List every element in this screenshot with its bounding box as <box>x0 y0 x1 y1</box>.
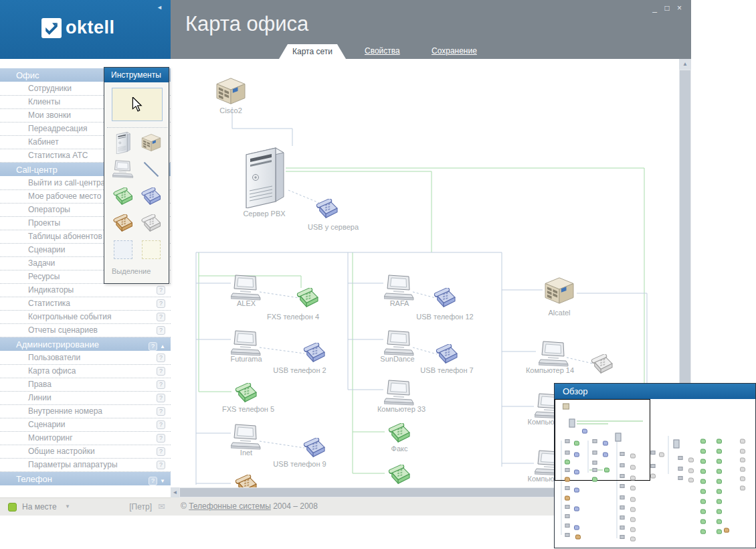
diagram-node-sundance[interactable] <box>384 330 415 357</box>
diagram-node-usb-server[interactable] <box>315 199 339 219</box>
mini-phone-icon <box>630 507 636 512</box>
sidebar-item[interactable]: Карта офиса? <box>0 365 171 378</box>
diagram-node-usb12[interactable] <box>433 288 457 308</box>
tool-phone-gray[interactable] <box>137 210 165 236</box>
diagram-node-alcatel[interactable] <box>544 277 575 305</box>
mini-computer-icon <box>593 468 597 472</box>
diagram-node-comp33[interactable] <box>384 380 415 406</box>
tool-line[interactable] <box>137 156 165 183</box>
sidebar-item[interactable]: Индикаторы? <box>0 284 171 297</box>
help-icon[interactable]: ? <box>157 407 165 416</box>
tab-saving[interactable]: Сохранение <box>432 46 477 56</box>
mini-phone-icon <box>650 474 656 479</box>
sidebar-item[interactable]: Мониторинг? <box>0 432 171 445</box>
diagram-node-usb9[interactable] <box>302 438 326 458</box>
tool-phone-green[interactable] <box>109 183 137 210</box>
diagram-node-fxs4[interactable] <box>296 288 320 308</box>
tab-properties[interactable]: Свойства <box>365 46 400 56</box>
minimize-icon[interactable]: _ <box>651 3 660 13</box>
close-icon[interactable]: × <box>676 3 684 13</box>
tool-select-cursor[interactable] <box>112 88 163 121</box>
diagram-node-inet[interactable] <box>231 424 262 451</box>
mini-phone-icon <box>740 477 745 481</box>
tool-switch[interactable] <box>137 129 165 156</box>
node-label: Inet <box>240 449 252 457</box>
mini-phone-icon <box>717 459 722 464</box>
tool-area-blue[interactable] <box>109 236 137 263</box>
mini-server-icon <box>569 419 575 428</box>
help-icon[interactable]: ? <box>157 367 165 376</box>
computer-icon <box>539 341 569 368</box>
sidebar-section-header[interactable]: Администрирование?▲ <box>0 337 171 351</box>
maximize-icon[interactable]: □ <box>663 3 672 13</box>
diagram-node-rafa[interactable] <box>384 274 415 301</box>
diagram-node-comp14[interactable] <box>539 341 569 368</box>
scroll-left-icon[interactable]: ◄ <box>171 487 179 497</box>
sidebar-item[interactable]: Права? <box>0 378 171 392</box>
diagram-node-phone-orange-1[interactable] <box>234 475 258 487</box>
sidebar-section-header[interactable]: Телефон?▼ <box>0 472 171 486</box>
sidebar-item[interactable]: Общие настройки? <box>0 445 171 459</box>
presence-status-label[interactable]: На месте <box>22 502 57 512</box>
sidebar-item-label: Отчеты сценариев <box>28 325 98 335</box>
overview-panel-header[interactable]: Обзор <box>555 384 755 399</box>
phone-icon <box>387 465 411 485</box>
sidebar-item[interactable]: Внутренние номера? <box>0 405 171 418</box>
diagram-node-futurama[interactable] <box>231 330 262 357</box>
mini-phone-icon <box>700 530 706 534</box>
sidebar-item[interactable]: Контрольные события? <box>0 311 171 324</box>
vertical-scroll-thumb[interactable] <box>680 70 690 385</box>
sidebar-item-label: Линии <box>28 393 52 402</box>
help-icon[interactable]: ? <box>157 394 165 402</box>
help-icon[interactable]: ? <box>157 286 165 295</box>
help-icon[interactable]: ? <box>157 461 165 469</box>
help-icon[interactable]: ? <box>157 313 165 321</box>
company-link[interactable]: Телефонные системы <box>189 501 271 511</box>
help-icon[interactable]: ? <box>157 420 165 429</box>
sidebar-item[interactable]: Статистика? <box>0 297 171 311</box>
computer-icon <box>231 274 262 301</box>
tool-phone-blue[interactable] <box>137 183 165 210</box>
sidebar-item[interactable]: Параметры аппаратуры? <box>0 459 171 472</box>
help-icon[interactable]: ? <box>157 434 165 443</box>
tool-computer[interactable] <box>109 156 137 183</box>
sidebar-item[interactable]: Сценарии? <box>0 418 171 432</box>
mail-icon[interactable]: ✉ <box>158 501 165 512</box>
sidebar-item[interactable]: Линии? <box>0 392 171 405</box>
tool-server[interactable] <box>109 129 137 156</box>
minimap[interactable] <box>555 399 755 548</box>
presence-dropdown-icon[interactable]: ▼ <box>65 503 70 509</box>
mini-server-icon <box>616 433 622 442</box>
diagram-node-cisco2[interactable] <box>215 77 246 105</box>
help-icon[interactable]: ? <box>157 354 165 362</box>
help-icon[interactable]: ? <box>157 326 165 335</box>
tool-area-yellow[interactable] <box>137 236 165 263</box>
sidebar-item[interactable]: Отчеты сценариев? <box>0 324 171 337</box>
presence-status-icon[interactable] <box>8 503 17 512</box>
diagram-node-pbx[interactable] <box>241 145 288 208</box>
diagram-node-usb2[interactable] <box>302 343 326 363</box>
switch-icon <box>141 133 161 152</box>
help-icon[interactable]: ? <box>149 342 157 351</box>
sidebar-collapse-icon[interactable]: ◄ <box>157 4 163 11</box>
help-icon[interactable]: ? <box>157 299 165 308</box>
diagram-node-usb7[interactable] <box>435 344 459 364</box>
help-icon[interactable]: ? <box>149 477 157 485</box>
mini-computer-icon <box>565 468 570 472</box>
tab-network-map[interactable]: Карта сети <box>279 44 346 59</box>
diagram-node-phone-green-2[interactable] <box>387 465 411 485</box>
diagram-node-alex[interactable] <box>231 274 262 301</box>
tool-phone-orange[interactable] <box>109 210 137 236</box>
help-icon[interactable]: ? <box>157 447 165 456</box>
mini-computer-icon <box>565 514 570 518</box>
sidebar-item-label: Пользователи <box>28 353 80 362</box>
sidebar-item[interactable]: Пользователи? <box>0 351 171 365</box>
diagram-node-phone-gray-1[interactable] <box>590 354 614 374</box>
tools-panel-header[interactable]: Инструменты <box>104 68 169 82</box>
help-icon[interactable]: ? <box>157 380 165 389</box>
expand-section-icon[interactable]: ▼ <box>160 474 165 488</box>
diagram-node-fax[interactable] <box>387 423 411 443</box>
node-label: USB телефон 9 <box>273 460 326 468</box>
scroll-up-icon[interactable]: ▲ <box>679 59 691 70</box>
diagram-node-fxs5[interactable] <box>234 383 258 403</box>
